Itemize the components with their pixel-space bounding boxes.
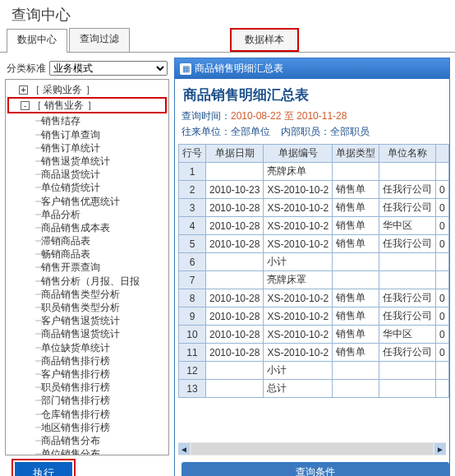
table-row[interactable]: 82010-10-28XS-2010-10-2销售单任我行公司0 <box>179 289 449 307</box>
table-row[interactable]: 1亮牌床单 <box>179 163 449 181</box>
table-row[interactable]: 92010-10-28XS-2010-10-2销售单任我行公司0 <box>179 307 449 326</box>
document-icon: ▦ <box>180 63 191 75</box>
collapse-icon[interactable]: - <box>21 101 30 110</box>
tree-item[interactable]: ┈商品销售成本表 <box>7 221 167 234</box>
scroll-left-icon[interactable]: ◄ <box>178 443 190 455</box>
tab-query-filter[interactable]: 查询过滤 <box>69 28 130 52</box>
tree-item[interactable]: ┈客户销售优惠统计 <box>7 195 167 208</box>
expand-icon[interactable]: + <box>19 85 28 95</box>
filter-label: 分类标准 <box>7 62 46 76</box>
tree-item[interactable]: ┈商品销售分布 <box>7 434 167 447</box>
tree-item[interactable]: ┈销售分析（月报、日报 <box>7 275 167 288</box>
column-header: 单据类型 <box>333 145 379 163</box>
tree-item[interactable]: ┈销售开票查询 <box>7 261 167 274</box>
tree-item[interactable]: ┈销售订单查询 <box>7 128 167 141</box>
tree-item[interactable]: ┈职员销售类型分析 <box>7 301 167 314</box>
tree-item[interactable]: ┈单位缺货单统计 <box>7 341 167 354</box>
tab-data-sample[interactable]: 数据样本 <box>230 28 299 52</box>
tree-item[interactable]: ┈畅销商品表 <box>7 247 167 261</box>
table-row[interactable]: 112010-10-28XS-2010-10-2销售单任我行公司0 <box>179 344 449 362</box>
tree-item[interactable]: ┈销售订单统计 <box>7 141 167 155</box>
tree-item[interactable]: ┈单位销货统计 <box>7 181 167 194</box>
column-header: 单据编号 <box>264 145 333 163</box>
tree-item[interactable]: ┈商品销售退货统计 <box>7 327 167 340</box>
left-pane: 分类标准 业务模式 +［ 采购业务 ］ -［ 销售业务 ］ ┈销售结存┈销售订单… <box>5 58 169 476</box>
scroll-track[interactable] <box>191 443 433 455</box>
tree-item[interactable]: ┈部门销售排行榜 <box>7 394 167 407</box>
column-header: 单据日期 <box>206 145 264 163</box>
report-query-time: 查询时间：2010-08-22 至 2010-11-28 <box>182 109 443 123</box>
table-row[interactable]: 22010-10-23XS-2010-10-2销售单任我行公司0 <box>179 181 449 199</box>
report-scope: 往来单位：全部单位 内部职员：全部职员 <box>182 125 443 139</box>
tree-item[interactable]: ┈销售结存 <box>7 114 167 127</box>
window-titlebar: ▦ 商品销售明细汇总表 <box>175 58 449 79</box>
tree-item[interactable]: ┈仓库销售排行榜 <box>7 408 167 421</box>
tree-item[interactable]: ┈客户销售退货统计 <box>7 314 167 327</box>
horizontal-scrollbar[interactable]: ◄ ► <box>178 442 446 455</box>
tree-item[interactable]: ┈职员销售排行榜 <box>7 381 167 394</box>
table-row[interactable]: 42010-10-28XS-2010-10-2销售单华中区0 <box>179 217 449 235</box>
execute-button[interactable]: 执行 <box>15 462 72 476</box>
tree-item[interactable]: ┈商品销售类型分析 <box>7 288 167 301</box>
tree-item[interactable]: ┈单位销售分布 <box>7 447 167 455</box>
category-tree[interactable]: +［ 采购业务 ］ -［ 销售业务 ］ ┈销售结存┈销售订单查询┈销售订单统计┈… <box>5 79 169 455</box>
window-title-text: 商品销售明细汇总表 <box>195 62 283 76</box>
table-row[interactable]: 7亮牌床罩 <box>179 271 449 289</box>
report-title: 商品销售明细汇总表 <box>183 85 443 104</box>
report-table: 行号单据日期单据编号单据类型单位名称 1亮牌床单22010-10-23XS-20… <box>178 144 449 398</box>
tab-data-center[interactable]: 数据中心 <box>7 29 67 53</box>
report-table-wrap[interactable]: 行号单据日期单据编号单据类型单位名称 1亮牌床单22010-10-23XS-20… <box>175 144 449 441</box>
page-title: 查询中心 <box>0 0 455 28</box>
table-row[interactable]: 32010-10-28XS-2010-10-2销售单任我行公司0 <box>179 199 449 217</box>
tree-item[interactable]: ┈商品退货统计 <box>7 168 167 181</box>
column-header: 行号 <box>179 145 206 163</box>
filter-select[interactable]: 业务模式 <box>49 61 168 76</box>
report-window: ▦ 商品销售明细汇总表 商品销售明细汇总表 查询时间：2010-08-22 至 … <box>174 58 450 476</box>
tree-item[interactable]: ┈地区销售排行榜 <box>7 421 167 434</box>
column-header <box>436 145 449 163</box>
tree-group-purchase[interactable]: +［ 采购业务 ］ <box>7 83 167 96</box>
tree-item[interactable]: ┈商品销售排行榜 <box>7 354 167 367</box>
tree-group-sales[interactable]: -［ 销售业务 ］ <box>9 99 165 112</box>
table-row[interactable]: 13总计 <box>179 380 449 398</box>
query-conditions-button[interactable]: 查询条件 <box>182 462 449 476</box>
column-header: 单位名称 <box>379 145 436 163</box>
tree-item[interactable]: ┈单品分析 <box>7 208 167 221</box>
table-row[interactable]: 102010-10-28XS-2010-10-2销售单华中区0 <box>179 326 449 344</box>
tabs-bar: 数据中心 查询过滤 数据样本 <box>0 28 455 53</box>
table-row[interactable]: 52010-10-28XS-2010-10-2销售单任我行公司0 <box>179 235 449 253</box>
table-row[interactable]: 12小计 <box>179 362 449 380</box>
scroll-right-icon[interactable]: ► <box>434 443 446 455</box>
table-row[interactable]: 6小计 <box>179 253 449 271</box>
tree-item[interactable]: ┈客户销售排行榜 <box>7 367 167 381</box>
tree-item[interactable]: ┈滞销商品表 <box>7 234 167 247</box>
tree-item[interactable]: ┈销售退货单统计 <box>7 155 167 168</box>
